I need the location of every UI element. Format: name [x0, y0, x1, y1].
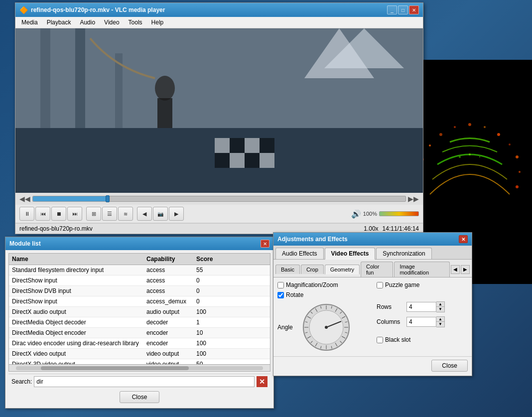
effects-dialog-close-button[interactable]: ✕ [459, 235, 468, 243]
search-clear-button[interactable]: ✕ [257, 376, 267, 387]
frame-controls: ◀ 📷 ▶ [137, 207, 184, 221]
table-row[interactable]: DirectShow DVB input access 0 [9, 286, 270, 296]
volume-bar[interactable] [379, 211, 419, 216]
window-close-button[interactable]: ✕ [409, 5, 419, 14]
menu-help[interactable]: Help [147, 18, 168, 27]
menu-audio[interactable]: Audio [76, 18, 99, 27]
black-slot-label: Black slot [385, 336, 410, 343]
tab-video-effects[interactable]: Video Effects [325, 248, 376, 260]
columns-spin-up[interactable]: ▲ [436, 317, 444, 322]
table-row[interactable]: DirectMedia Object decoder decoder 1 [9, 317, 270, 328]
rotate-checkbox[interactable] [277, 292, 284, 298]
speed-display: 1.00x [364, 225, 378, 232]
effects-dialog-title: Adjustments and Effects [277, 236, 348, 243]
svg-rect-19 [230, 138, 245, 153]
rows-field: Rows ▲ ▼ [377, 301, 468, 312]
rows-spin-up[interactable]: ▲ [436, 302, 444, 307]
window-title-text: refined-qos-blu720p-ro.mkv - VLC media p… [31, 6, 165, 13]
subtab-basic[interactable]: Basic [275, 265, 300, 274]
aspect-ratio-button[interactable]: ⊞ [86, 207, 101, 221]
stop-button[interactable]: ⏹ [51, 207, 66, 221]
svg-point-10 [429, 144, 431, 146]
table-row[interactable]: DirectShow input access 0 [9, 276, 270, 286]
window-titlebar: 🔶 refined-qos-blu720p-ro.mkv - VLC media… [15, 3, 423, 17]
next-button[interactable]: ⏭ [67, 207, 82, 221]
frame-prev-button[interactable]: ◀ [137, 207, 152, 221]
subtab-scroll-left[interactable]: ◀ [451, 265, 460, 274]
subtab-scroll-right[interactable]: ▶ [461, 265, 470, 274]
menu-media[interactable]: Media [17, 18, 42, 27]
view-controls: ⊞ ☰ ≋ [86, 207, 133, 221]
pause-button[interactable]: ⏸ [19, 207, 34, 221]
h-scroll-thumb[interactable] [41, 366, 189, 370]
table-row[interactable]: DirectX audio output audio output 100 [9, 307, 270, 317]
vlc-icon: 🔶 [19, 6, 28, 14]
menu-video[interactable]: Video [100, 18, 123, 27]
subtab-crop[interactable]: Crop [301, 265, 324, 274]
menu-playback[interactable]: Playback [43, 18, 75, 27]
columns-spin-arrows: ▲ ▼ [436, 316, 445, 327]
angle-dial-container[interactable] [301, 302, 351, 352]
minimize-button[interactable]: _ [387, 5, 397, 14]
geometry-right-column: Puzzle game Rows ▲ ▼ Columns [377, 281, 468, 352]
rows-spin-down[interactable]: ▼ [436, 307, 444, 312]
svg-rect-18 [215, 138, 230, 153]
svg-rect-23 [230, 153, 245, 168]
svg-point-6 [519, 171, 521, 173]
svg-rect-20 [245, 138, 260, 153]
table-row[interactable]: Standard filesystem directory input acce… [9, 265, 270, 276]
black-slot-row: Black slot [377, 336, 468, 343]
svg-point-14 [459, 156, 461, 158]
search-input[interactable] [34, 376, 255, 387]
search-label: Search: [11, 378, 32, 385]
plugin-close-button[interactable]: ✕ [261, 240, 269, 248]
plugin-close-dialog-button[interactable]: Close [120, 391, 160, 403]
svg-point-7 [516, 185, 519, 188]
seek-bar[interactable] [32, 196, 406, 202]
rows-spin-arrows: ▲ ▼ [436, 301, 445, 312]
subtab-geometry[interactable]: Geometry [325, 265, 360, 275]
seek-back-icon[interactable]: ◀◀ [19, 195, 30, 203]
svg-rect-21 [260, 138, 274, 153]
svg-rect-26 [40, 28, 50, 128]
controls-area: ⏸ ⏮ ⏹ ⏭ ⊞ ☰ ≋ ◀ 📷 ▶ 🔊 100% [15, 205, 423, 223]
tab-synchronization[interactable]: Synchronization [376, 248, 431, 259]
subtab-colorfun[interactable]: Color fun [361, 262, 393, 277]
volume-icon[interactable]: 🔊 [351, 209, 361, 219]
svg-point-3 [497, 133, 500, 136]
black-slot-checkbox[interactable] [377, 337, 383, 343]
table-row[interactable]: DirectMedia Object encoder encoder 10 [9, 328, 270, 338]
prev-button[interactable]: ⏮ [35, 207, 50, 221]
header-capability: Capability [143, 255, 193, 264]
columns-spin-down[interactable]: ▼ [436, 322, 444, 327]
snapshot-button[interactable]: 📷 [153, 207, 168, 221]
equalizer-button[interactable]: ≋ [118, 207, 133, 221]
table-row[interactable]: DirectX 3D video output video output 50 [9, 359, 270, 365]
rows-input[interactable] [406, 302, 436, 312]
table-row[interactable]: DirectShow input access_demux 0 [9, 296, 270, 307]
tab-audio-effects[interactable]: Audio Effects [275, 248, 324, 259]
header-name: Name [9, 255, 143, 264]
svg-point-1 [468, 123, 471, 126]
menu-tools[interactable]: Tools [125, 18, 146, 27]
subtab-imagemod[interactable]: Image modification [394, 262, 450, 277]
seek-thumb[interactable] [106, 195, 110, 202]
plugin-table-body[interactable]: Standard filesystem directory input acce… [8, 265, 270, 365]
maximize-button[interactable]: □ [398, 5, 408, 14]
seek-forward-icon[interactable]: ▶▶ [408, 195, 419, 203]
table-row[interactable]: DirectX video output video output 100 [9, 349, 270, 359]
rotate-row: Rotate [277, 291, 369, 298]
svg-point-12 [469, 153, 471, 155]
plugin-footer: Search: ✕ [8, 374, 270, 389]
columns-input[interactable] [406, 317, 436, 327]
plugin-list-window: Module list ✕ Name Capability Score Stan… [5, 237, 274, 409]
table-row[interactable]: Dirac video encoder using dirac-research… [9, 338, 270, 349]
video-content [15, 28, 423, 193]
frame-next-button[interactable]: ▶ [169, 207, 184, 221]
magnification-checkbox[interactable] [277, 282, 284, 288]
volume-area: 🔊 100% [351, 209, 419, 219]
playlist-button[interactable]: ☰ [102, 207, 117, 221]
effects-close-button[interactable]: Close [431, 360, 468, 372]
puzzle-game-checkbox[interactable] [377, 282, 383, 288]
horizontal-scrollbar[interactable] [8, 365, 270, 372]
